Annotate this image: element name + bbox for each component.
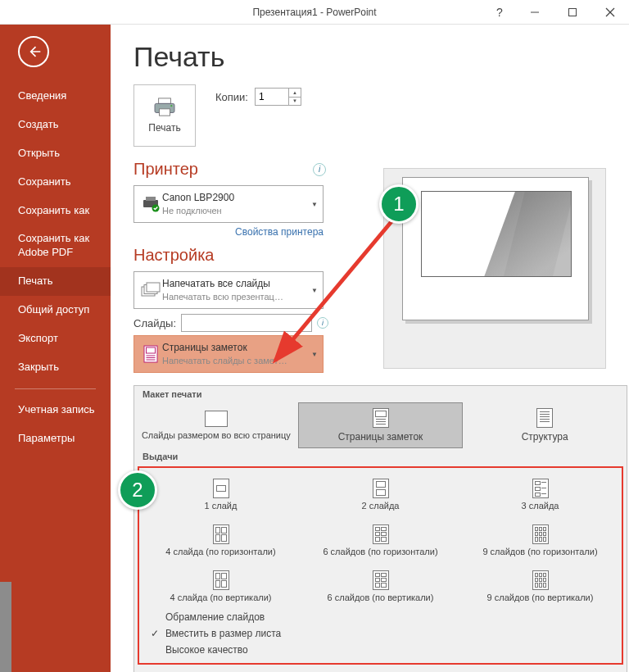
printer-heading: Принтер xyxy=(133,160,198,179)
sidebar-separator xyxy=(15,388,96,389)
copies-label: Копии: xyxy=(215,91,248,103)
handout-9v[interactable]: 9 слайдов (по вертикали) xyxy=(460,563,620,609)
info-icon[interactable]: i xyxy=(313,163,326,176)
minimize-button[interactable] xyxy=(516,0,554,25)
outline-icon xyxy=(536,408,553,428)
svg-rect-6 xyxy=(160,109,170,116)
handout-1[interactable]: 1 слайд xyxy=(141,471,301,517)
handouts-group-label: Выдачи xyxy=(134,448,627,465)
handout-3[interactable]: 3 слайда xyxy=(460,471,620,517)
option-frame-slides[interactable]: Обрамление слайдов xyxy=(141,609,620,625)
svg-rect-1 xyxy=(569,8,577,16)
printer-properties-link[interactable]: Свойства принтера xyxy=(133,226,324,238)
handout-label: 4 слайда (по горизонтали) xyxy=(165,547,275,556)
printer-name: Canon LBP2900 xyxy=(162,192,311,205)
print-range-combo[interactable]: Напечатать все слайды Напечатать всю пре… xyxy=(133,271,324,309)
handout-label: 3 слайда xyxy=(522,501,559,511)
sidebar-item-export[interactable]: Экспорт xyxy=(0,325,111,353)
handout-label: 9 слайдов (по горизонтали) xyxy=(482,547,597,556)
svg-point-7 xyxy=(170,105,172,107)
printer-icon xyxy=(152,98,177,117)
print-range-sub: Напечатать всю презентац… xyxy=(162,291,311,302)
handout-9h-icon xyxy=(532,524,549,544)
svg-rect-4 xyxy=(159,98,171,103)
window-title: Презентация1 - PowerPoint xyxy=(252,7,376,18)
notes-page-icon xyxy=(373,408,389,428)
handout-2[interactable]: 2 слайда xyxy=(301,471,460,517)
sidebar-item-save[interactable]: Сохранить xyxy=(0,168,111,197)
sidebar-item-print[interactable]: Печать xyxy=(0,267,111,296)
handout-9v-icon xyxy=(532,570,549,590)
printer-status-icon xyxy=(139,196,162,212)
handout-9h[interactable]: 9 слайдов (по горизонтали) xyxy=(460,517,620,563)
slides-stack-icon xyxy=(139,282,162,298)
layout-sub: Напечатать слайды с замет… xyxy=(162,355,311,366)
layout-item-label: Слайды размером во всю страницу xyxy=(138,430,294,440)
sidebar-item-account[interactable]: Учетная запись xyxy=(0,396,111,425)
svg-rect-13 xyxy=(147,283,160,292)
print-button-label: Печать xyxy=(148,122,180,134)
handout-4h[interactable]: 4 слайда (по горизонтали) xyxy=(141,517,301,563)
sidebar-item-info[interactable]: Сведения xyxy=(0,82,111,111)
callout-badge-1: 1 xyxy=(379,184,419,224)
handout-6h[interactable]: 6 слайдов (по горизонтали) xyxy=(301,517,460,563)
handout-4v-icon xyxy=(213,570,229,590)
sidebar-item-saveas-pdf[interactable]: Сохранить как Adobe PDF xyxy=(0,225,111,267)
close-button[interactable] xyxy=(591,0,629,25)
settings-heading: Настройка xyxy=(133,246,214,265)
preview-page xyxy=(402,177,589,320)
handout-label: 6 слайдов (по горизонтали) xyxy=(323,547,437,556)
chevron-down-icon: ▼ xyxy=(311,351,318,358)
spinner-down-icon[interactable]: ▼ xyxy=(289,98,301,106)
layout-item-label: Структура xyxy=(522,431,568,443)
svg-rect-9 xyxy=(146,197,156,201)
option-print-comments: Печатать примечания и рукописные примеча… xyxy=(134,668,627,672)
handout-2-icon xyxy=(373,479,389,498)
sidebar-item-saveas[interactable]: Сохранить как xyxy=(0,197,111,225)
scrollbar-thumb[interactable] xyxy=(0,582,11,672)
layout-group-label: Макет печати xyxy=(134,386,627,402)
layout-dropdown-popup: Макет печати Слайды размером во всю стра… xyxy=(133,385,627,672)
print-range-main: Напечатать все слайды xyxy=(162,278,311,291)
sidebar-item-new[interactable]: Создать xyxy=(0,111,111,139)
print-button[interactable]: Печать xyxy=(133,84,196,147)
sidebar-item-close[interactable]: Закрыть xyxy=(0,353,111,382)
notes-page-icon xyxy=(139,345,162,363)
handout-6v-icon xyxy=(373,570,389,590)
copies-input[interactable] xyxy=(256,89,288,105)
maximize-button[interactable] xyxy=(554,0,591,25)
handout-6h-icon xyxy=(373,524,389,544)
printer-combo[interactable]: Canon LBP2900 Не подключен ▼ xyxy=(133,185,324,223)
page-heading: Печать xyxy=(133,41,629,73)
back-button[interactable] xyxy=(18,36,49,67)
layout-main: Страницы заметок xyxy=(162,342,311,355)
slides-input[interactable] xyxy=(181,314,312,332)
layout-outline[interactable]: Структура xyxy=(463,402,627,448)
layout-combo[interactable]: Страницы заметок Напечатать слайды с зам… xyxy=(133,335,324,373)
layout-notes[interactable]: Страницы заметок xyxy=(298,402,464,448)
sidebar-item-options[interactable]: Параметры xyxy=(0,425,111,453)
sidebar-item-share[interactable]: Общий доступ xyxy=(0,296,111,325)
handout-6v[interactable]: 6 слайдов (по вертикали) xyxy=(301,563,460,609)
handout-label: 6 слайдов (по вертикали) xyxy=(328,593,434,602)
handout-4v[interactable]: 4 слайда (по вертикали) xyxy=(141,563,301,609)
handouts-section: 1 слайд 2 слайда 3 слайда 4 слайда (по г… xyxy=(138,466,623,665)
handout-label: 1 слайд xyxy=(205,501,238,511)
option-high-quality[interactable]: Высокое качество xyxy=(141,642,620,658)
layout-full-page[interactable]: Слайды размером во всю страницу xyxy=(134,402,298,448)
copies-spinner[interactable]: ▲ ▼ xyxy=(255,88,301,106)
handout-label: 9 слайдов (по вертикали) xyxy=(487,593,594,602)
spinner-up-icon[interactable]: ▲ xyxy=(289,89,301,98)
option-fit-to-page[interactable]: Вместить в размер листа xyxy=(141,625,620,642)
chevron-down-icon: ▼ xyxy=(311,287,318,294)
handout-4h-icon xyxy=(213,524,229,544)
handout-label: 4 слайда (по вертикали) xyxy=(170,593,271,602)
slides-label: Слайды: xyxy=(133,317,176,329)
printer-status: Не подключен xyxy=(162,205,311,216)
help-button[interactable]: ? xyxy=(483,6,516,19)
info-icon[interactable]: i xyxy=(317,317,328,329)
sidebar-item-open[interactable]: Открыть xyxy=(0,139,111,168)
backstage-sidebar: Сведения Создать Открыть Сохранить Сохра… xyxy=(0,25,111,672)
handout-label: 2 слайда xyxy=(362,501,400,511)
handout-3-icon xyxy=(532,479,549,498)
